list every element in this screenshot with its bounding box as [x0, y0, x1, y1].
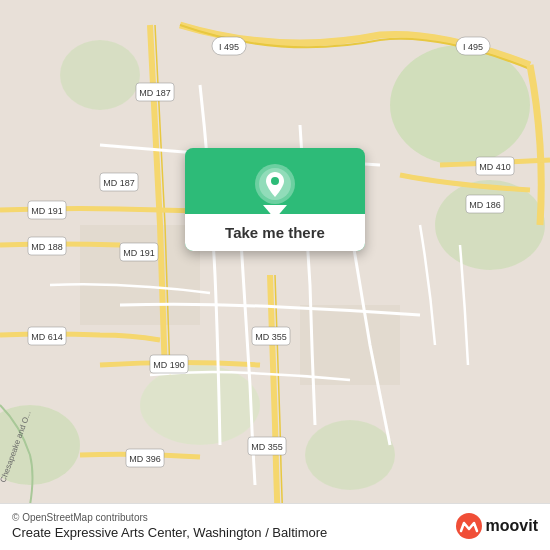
moovit-logo: moovit	[456, 513, 538, 539]
location-title: Create Expressive Arts Center, Washingto…	[12, 525, 327, 540]
svg-point-4	[60, 40, 140, 110]
svg-text:MD 187: MD 187	[103, 178, 135, 188]
svg-text:MD 355: MD 355	[255, 332, 287, 342]
popup-wrapper: Take me there	[263, 205, 287, 231]
svg-point-1	[390, 45, 530, 165]
svg-text:MD 191: MD 191	[123, 248, 155, 258]
bottom-bar: © OpenStreetMap contributors Create Expr…	[0, 503, 550, 550]
svg-text:MD 396: MD 396	[129, 454, 161, 464]
svg-text:MD 190: MD 190	[153, 360, 185, 370]
moovit-icon	[456, 513, 482, 539]
svg-text:MD 188: MD 188	[31, 242, 63, 252]
attribution-text: © OpenStreetMap contributors	[12, 512, 327, 523]
map-background: MD 187 I 495 I 495 MD 191 MD 187 MD 191 …	[0, 0, 550, 550]
take-me-there-button[interactable]: Take me there	[185, 214, 365, 251]
popup-tail	[263, 205, 287, 219]
svg-point-5	[140, 365, 260, 445]
svg-text:MD 191: MD 191	[31, 206, 63, 216]
svg-point-40	[271, 177, 279, 185]
svg-point-41	[456, 513, 482, 539]
bottom-left: © OpenStreetMap contributors Create Expr…	[12, 512, 327, 540]
popup-card: Take me there	[185, 148, 365, 251]
svg-text:I 495: I 495	[219, 42, 239, 52]
svg-rect-8	[300, 305, 400, 385]
moovit-label: moovit	[486, 517, 538, 535]
svg-text:MD 410: MD 410	[479, 162, 511, 172]
svg-rect-7	[80, 225, 200, 325]
svg-text:MD 187: MD 187	[139, 88, 171, 98]
map-container: MD 187 I 495 I 495 MD 191 MD 187 MD 191 …	[0, 0, 550, 550]
svg-point-2	[435, 180, 545, 270]
svg-point-6	[305, 420, 395, 490]
svg-text:I 495: I 495	[463, 42, 483, 52]
svg-text:MD 186: MD 186	[469, 200, 501, 210]
svg-text:MD 614: MD 614	[31, 332, 63, 342]
svg-text:MD 355: MD 355	[251, 442, 283, 452]
location-pin-icon	[253, 162, 297, 206]
